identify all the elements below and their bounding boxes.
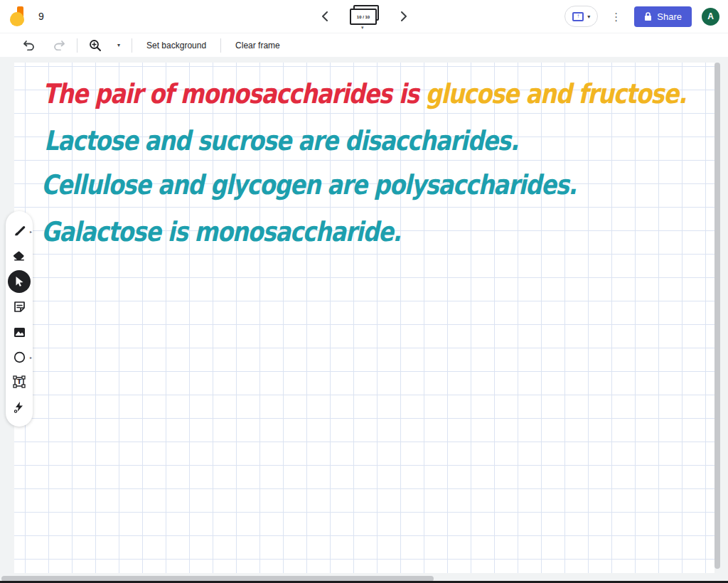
caret-down-icon: ▾	[117, 42, 120, 48]
handwriting-line-1: The pair of monosaccharides is glucose a…	[43, 78, 686, 109]
shape-tool-button[interactable]: ▸	[9, 346, 30, 368]
text-box-tool-button[interactable]: T	[9, 371, 30, 392]
present-caret-icon: ▾	[587, 14, 590, 20]
next-frame-button[interactable]	[394, 6, 414, 26]
frame-counter: 10 / 10	[350, 9, 377, 25]
redo-button[interactable]	[49, 37, 70, 53]
frame-counter-label: 10 / 10	[357, 15, 370, 19]
undo-button[interactable]	[18, 37, 39, 53]
jamboard-app: 9 10 / 10 ▾ ↑ ▾	[0, 0, 728, 583]
zoom-in-button[interactable]	[85, 36, 106, 55]
pen-tool-button[interactable]: ▸	[9, 220, 30, 242]
more-vertical-icon: ⋮	[611, 11, 621, 23]
workspace: The pair of monosaccharides is glucose a…	[0, 57, 728, 583]
zoom-group: ▾	[85, 36, 124, 55]
logo-blob-shape	[10, 12, 24, 26]
lock-icon	[644, 12, 652, 21]
select-tool-button[interactable]	[8, 270, 31, 293]
frame-navigation: 10 / 10 ▾	[314, 0, 414, 33]
frame-picker[interactable]: 10 / 10 ▾	[348, 4, 380, 28]
previous-frame-button[interactable]	[314, 6, 334, 26]
shape-submenu-caret-icon: ▸	[30, 355, 32, 360]
handwriting-line-2: Lactose and sucrose are disaccharides.	[44, 125, 518, 156]
toolbar-divider	[132, 38, 132, 53]
vertical-scrollbar-thumb[interactable]	[714, 63, 720, 569]
toolbar-divider	[220, 38, 221, 53]
eraser-tool-button[interactable]	[9, 245, 30, 267]
drawing-canvas[interactable]: The pair of monosaccharides is glucose a…	[14, 63, 714, 573]
add-image-tool-button[interactable]	[9, 321, 30, 343]
handwriting-line-4: Galactose is monosaccharide.	[41, 216, 401, 247]
tool-palette: ▸ ▸ T	[6, 211, 33, 427]
present-icon: ↑	[572, 12, 584, 21]
header: 9 10 / 10 ▾ ↑ ▾	[0, 0, 728, 33]
share-button[interactable]: Share	[634, 6, 692, 27]
present-button[interactable]: ↑ ▾	[564, 6, 598, 27]
undo-redo-group	[18, 37, 70, 53]
sticky-note-tool-button[interactable]	[9, 296, 30, 318]
clear-frame-button[interactable]: Clear frame	[228, 36, 287, 55]
svg-text:T: T	[17, 379, 22, 386]
header-left: 9	[10, 0, 44, 33]
pen-submenu-caret-icon: ▸	[30, 228, 32, 233]
share-button-label: Share	[657, 11, 682, 22]
frame-toolbar: ▾ Set background Clear frame	[0, 33, 728, 57]
handwriting-line-3: Cellulose and glycogen are polysaccharid…	[41, 169, 577, 200]
app-logo-icon[interactable]	[10, 6, 27, 26]
handwriting-segment: The pair of monosaccharides is	[43, 78, 425, 109]
more-options-button[interactable]: ⋮	[608, 9, 624, 25]
zoom-menu-caret[interactable]: ▾	[113, 39, 124, 51]
frame-expand-caret-icon: ▾	[361, 25, 364, 31]
handwriting-segment: glucose and fructose.	[425, 78, 685, 109]
account-avatar[interactable]: A	[702, 8, 719, 26]
laser-tool-button[interactable]	[9, 396, 30, 417]
header-right: ↑ ▾ ⋮ Share A	[564, 0, 719, 33]
set-background-button[interactable]: Set background	[139, 36, 213, 55]
document-title[interactable]: 9	[38, 11, 44, 22]
toolbar-divider	[77, 38, 77, 53]
